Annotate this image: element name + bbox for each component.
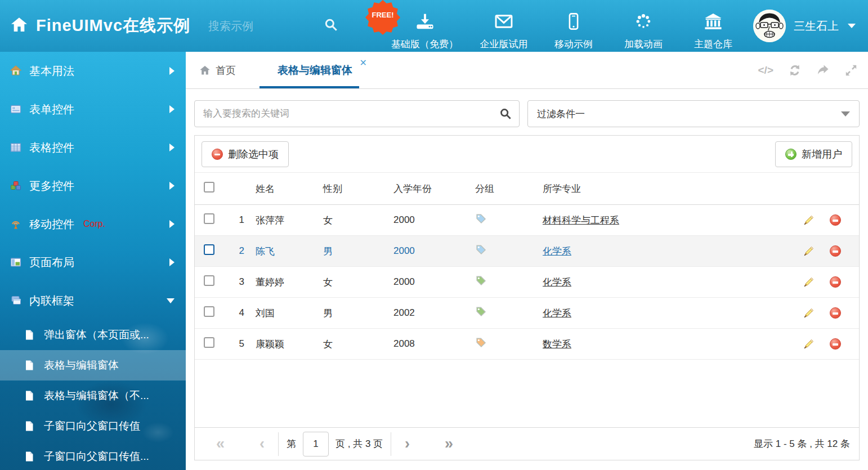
frames-icon bbox=[10, 295, 21, 306]
source-code-icon[interactable]: </> bbox=[758, 64, 773, 77]
row-checkbox[interactable] bbox=[204, 275, 214, 286]
sidebar-item-basic-usage[interactable]: 基本用法 bbox=[0, 52, 186, 90]
pagination-bar: « ‹ 第 页 , 共 3 页 › » 显示 1 - 5 条 , 共 12 条 bbox=[195, 427, 859, 460]
sidebar-item-more-controls[interactable]: 更多控件 bbox=[0, 167, 186, 205]
sidebar-subitem-popup-window[interactable]: 弹出窗体（本页面或... bbox=[0, 320, 186, 350]
tab-label: 表格与编辑窗体 bbox=[278, 63, 352, 78]
edit-icon[interactable] bbox=[803, 276, 815, 288]
delete-icon[interactable] bbox=[830, 214, 841, 226]
column-header-gender[interactable]: 性别 bbox=[314, 182, 384, 195]
filter-row: 过滤条件一 bbox=[194, 100, 860, 127]
column-header-year[interactable]: 入学年份 bbox=[384, 182, 466, 195]
refresh-icon[interactable] bbox=[788, 64, 802, 77]
search-icon[interactable] bbox=[499, 108, 512, 122]
open-in-new-icon[interactable] bbox=[816, 64, 830, 77]
major-link[interactable]: 化学系 bbox=[543, 308, 571, 319]
nav-item-mobile-demo[interactable]: 移动示例 bbox=[549, 12, 598, 51]
row-checkbox[interactable] bbox=[204, 337, 214, 348]
main-area: 首页 表格与编辑窗体 ✕ </> bbox=[186, 52, 868, 470]
nav-label: 基础版（免费） bbox=[391, 38, 458, 51]
cell-group bbox=[466, 213, 534, 227]
nav-label: 加载动画 bbox=[624, 38, 663, 51]
sidebar-item-label: 页面布局 bbox=[29, 255, 74, 270]
tag-icon bbox=[475, 306, 487, 317]
first-page-button[interactable]: « bbox=[211, 436, 230, 451]
select-all-checkbox[interactable] bbox=[204, 182, 214, 193]
sidebar-item-label: 表格控件 bbox=[29, 140, 74, 155]
sidebar-item-grid-controls[interactable]: 表格控件 bbox=[0, 128, 186, 167]
download-icon bbox=[415, 12, 435, 33]
row-checkbox[interactable] bbox=[204, 213, 214, 224]
user-menu[interactable]: 三生石上 bbox=[753, 10, 856, 42]
row-checkbox[interactable] bbox=[204, 244, 214, 255]
column-header-group[interactable]: 分组 bbox=[466, 182, 534, 195]
prev-page-button[interactable]: ‹ bbox=[254, 436, 270, 451]
keyword-search-input[interactable] bbox=[194, 100, 520, 127]
close-icon[interactable]: ✕ bbox=[360, 59, 367, 68]
grid-panel: 删除选中项 新增用户 姓名 性别 入学年份 分组 bbox=[194, 135, 860, 460]
search-icon[interactable] bbox=[324, 17, 338, 34]
tab-bar: 首页 表格与编辑窗体 ✕ </> bbox=[186, 52, 868, 89]
sidebar-subitem-label: 表格与编辑窗体（不... bbox=[44, 388, 149, 403]
delete-icon[interactable] bbox=[830, 307, 841, 319]
sidebar-item-page-layout[interactable]: 页面布局 bbox=[0, 243, 186, 281]
delete-icon[interactable] bbox=[830, 245, 841, 257]
sidebar-subitem-grid-edit-window[interactable]: 表格与编辑窗体 bbox=[0, 350, 186, 381]
edit-icon[interactable] bbox=[803, 307, 815, 319]
last-page-button[interactable]: » bbox=[439, 436, 459, 451]
brand-link[interactable]: FineUIMvc在线示例 bbox=[0, 15, 190, 37]
sidebar-subitem-child-to-parent[interactable]: 子窗口向父窗口传值 bbox=[0, 411, 186, 441]
tag-icon bbox=[475, 244, 487, 256]
record-summary: 显示 1 - 5 条 , 共 12 条 bbox=[754, 437, 850, 450]
form-icon bbox=[10, 104, 21, 115]
tab-home[interactable]: 首页 bbox=[193, 52, 243, 88]
table-header-row: 姓名 性别 入学年份 分组 所学专业 bbox=[195, 173, 859, 205]
edit-icon[interactable] bbox=[803, 338, 815, 350]
next-page-button[interactable]: › bbox=[399, 436, 415, 451]
add-user-button[interactable]: 新增用户 bbox=[775, 141, 852, 167]
delete-icon[interactable] bbox=[830, 338, 841, 350]
chevron-right-icon bbox=[169, 258, 175, 266]
cell-gender: 女 bbox=[314, 338, 384, 351]
tag-icon bbox=[475, 337, 487, 348]
sidebar-subitem-child-to-parent-2[interactable]: 子窗口向父窗口传值... bbox=[0, 441, 186, 470]
delete-selected-button[interactable]: 删除选中项 bbox=[202, 141, 289, 167]
cell-year: 2000 bbox=[384, 214, 466, 226]
cell-year: 2008 bbox=[384, 338, 466, 350]
sidebar-item-mobile-controls[interactable]: 移动控件 Corp. bbox=[0, 205, 186, 243]
delete-icon[interactable] bbox=[830, 276, 841, 288]
filter-dropdown[interactable]: 过滤条件一 bbox=[527, 100, 860, 127]
nav-item-basic-free[interactable]: FREE! 基础版（免费） bbox=[391, 12, 458, 51]
expand-icon[interactable] bbox=[844, 64, 858, 77]
major-link[interactable]: 数学系 bbox=[543, 339, 571, 350]
tab-label: 首页 bbox=[216, 64, 236, 77]
sidebar-item-form-controls[interactable]: 表单控件 bbox=[0, 90, 186, 128]
row-number: 4 bbox=[224, 307, 247, 319]
sidebar-subitem-grid-edit-window-2[interactable]: 表格与编辑窗体（不... bbox=[0, 381, 186, 411]
row-number: 1 bbox=[224, 214, 247, 226]
column-header-name[interactable]: 姓名 bbox=[247, 182, 314, 195]
edit-icon[interactable] bbox=[803, 214, 815, 226]
sidebar-item-label: 表单控件 bbox=[29, 102, 74, 117]
major-link[interactable]: 化学系 bbox=[543, 277, 571, 288]
header-nav: FREE! 基础版（免费） 企业版试用 移动示例 bbox=[391, 1, 737, 51]
home-icon bbox=[10, 16, 28, 36]
edit-icon[interactable] bbox=[803, 245, 815, 257]
major-link[interactable]: 化学系 bbox=[543, 246, 571, 257]
sidebar-item-label: 更多控件 bbox=[29, 178, 74, 194]
header-search-input[interactable] bbox=[208, 20, 293, 33]
corp-badge: Corp. bbox=[83, 219, 105, 229]
page-number-input[interactable] bbox=[303, 432, 329, 456]
major-link[interactable]: 材料科学与工程系 bbox=[543, 215, 619, 226]
cell-year: 2002 bbox=[384, 307, 466, 319]
sidebar-item-iframe[interactable]: 内联框架 bbox=[0, 281, 186, 320]
home-color-icon bbox=[10, 65, 21, 77]
nav-item-loading-animation[interactable]: 加载动画 bbox=[619, 12, 668, 51]
row-checkbox[interactable] bbox=[204, 306, 214, 317]
delete-selected-label: 删除选中项 bbox=[228, 147, 279, 161]
nav-item-theme-store[interactable]: 主题仓库 bbox=[689, 12, 737, 51]
column-header-major[interactable]: 所学专业 bbox=[534, 182, 793, 195]
tab-grid-edit-window[interactable]: 表格与编辑窗体 ✕ bbox=[267, 52, 363, 88]
sidebar-subitem-label: 子窗口向父窗口传值... bbox=[44, 449, 149, 464]
nav-item-enterprise-trial[interactable]: 企业版试用 bbox=[480, 12, 528, 51]
